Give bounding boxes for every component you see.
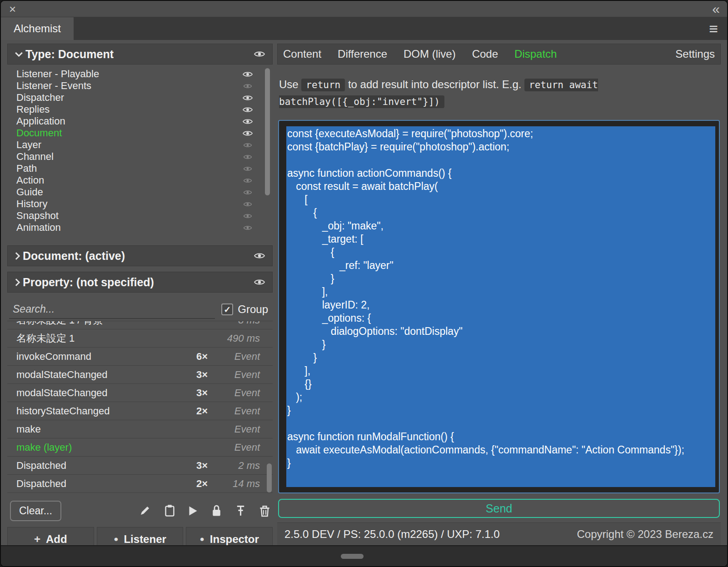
- eye-icon[interactable]: [244, 83, 252, 89]
- document-section-header[interactable]: Document: (active): [7, 245, 273, 266]
- group-checkbox[interactable]: ✓: [221, 303, 233, 315]
- send-button[interactable]: Send: [278, 499, 720, 518]
- event-row[interactable]: Dispatched 2× 14 ms: [7, 475, 273, 493]
- footer-buttons: + Add ● Listener ● Inspector: [7, 527, 273, 545]
- event-row[interactable]: invokeCommand 6× Event: [7, 348, 273, 366]
- hint-code-return: return: [301, 79, 345, 91]
- event-count: 3×: [176, 387, 208, 399]
- bottom-chrome: [1, 545, 727, 566]
- close-icon[interactable]: ×: [9, 3, 16, 15]
- type-list-item[interactable]: Dispatcher: [7, 92, 273, 104]
- tab-difference[interactable]: Difference: [338, 48, 387, 60]
- right-tabs: ContentDifferenceDOM (live)CodeDispatchS…: [277, 44, 721, 65]
- inspector-button[interactable]: ● Inspector: [186, 527, 273, 545]
- type-item-label: Listener - Events: [16, 80, 91, 92]
- type-item-label: Snapshot: [16, 210, 59, 222]
- tab-dom-live[interactable]: DOM (live): [404, 48, 456, 60]
- play-icon[interactable]: [189, 506, 198, 516]
- event-row[interactable]: 名称未設定 1 / 背景 8 ms: [7, 321, 273, 329]
- version-info: 2.5.0 DEV / PS: 25.0.0 (m2265) / UXP: 7.…: [284, 528, 500, 541]
- type-item-label: Path: [16, 163, 37, 174]
- type-list-item[interactable]: Channel: [7, 151, 273, 163]
- event-list-scrollbar[interactable]: [267, 463, 272, 492]
- type-list-item[interactable]: Action: [7, 174, 273, 186]
- listener-button[interactable]: ● Listener: [97, 527, 184, 545]
- type-item-label: Action: [16, 174, 44, 186]
- eye-icon[interactable]: [254, 279, 265, 286]
- event-row[interactable]: make (layer) Event: [7, 438, 273, 457]
- event-name: 名称未設定 1: [16, 332, 176, 345]
- eye-icon[interactable]: [244, 154, 252, 160]
- edit-icon[interactable]: [139, 505, 151, 517]
- tab-dispatch[interactable]: Dispatch: [514, 48, 557, 60]
- event-meta: Event: [208, 442, 260, 453]
- eye-icon[interactable]: [244, 201, 252, 207]
- clipboard-icon[interactable]: [165, 504, 175, 517]
- type-item-label: Channel: [16, 151, 54, 163]
- eye-icon[interactable]: [244, 166, 252, 172]
- tab-settings[interactable]: Settings: [675, 48, 715, 60]
- event-row[interactable]: modalStateChanged 3× Event: [7, 366, 273, 384]
- dispatch-hint: Use return to add result into descriptor…: [279, 76, 719, 110]
- tab-code[interactable]: Code: [472, 48, 498, 60]
- tab-alchemist[interactable]: Alchemist: [1, 17, 74, 40]
- eye-icon[interactable]: [244, 178, 252, 184]
- type-section-header[interactable]: Type: Document: [7, 44, 273, 65]
- type-list-scrollbar[interactable]: [265, 68, 270, 195]
- event-row[interactable]: 名称未設定 1 490 ms: [7, 329, 273, 348]
- event-meta: Event: [208, 405, 260, 417]
- code-selection: const {executeAsModal} = require("photos…: [286, 126, 715, 487]
- event-row[interactable]: modalStateChanged 3× Event: [7, 384, 273, 402]
- event-meta: 8 ms: [208, 321, 260, 326]
- left-panel: Type: Document Listener - Playable Liste…: [7, 44, 273, 545]
- inspector-button-label: Inspector: [210, 533, 259, 545]
- type-list-item[interactable]: Animation: [7, 222, 273, 234]
- event-meta: Event: [208, 369, 260, 381]
- type-list-item[interactable]: Snapshot: [7, 210, 273, 222]
- eye-icon[interactable]: [244, 189, 252, 195]
- type-list-item[interactable]: Application: [7, 115, 273, 127]
- event-name: Dispatched: [16, 478, 176, 490]
- clear-button[interactable]: Clear...: [10, 501, 61, 521]
- eye-icon[interactable]: [243, 106, 253, 113]
- eye-icon[interactable]: [244, 225, 252, 231]
- eye-icon[interactable]: [244, 142, 252, 148]
- code-editor[interactable]: const {executeAsModal} = require("photos…: [278, 120, 720, 493]
- horizontal-scrollbar[interactable]: [341, 554, 364, 559]
- menu-icon[interactable]: ≡: [700, 17, 727, 40]
- eye-icon[interactable]: [243, 94, 253, 101]
- type-item-label: Document: [16, 127, 62, 139]
- property-section-header[interactable]: Property: (not specified): [7, 272, 273, 293]
- event-row[interactable]: make Event: [7, 420, 273, 438]
- type-list-item[interactable]: Layer: [7, 139, 273, 151]
- type-list-item[interactable]: Listener - Events: [7, 80, 273, 92]
- type-item-label: History: [16, 198, 47, 210]
- eye-icon[interactable]: [243, 118, 253, 125]
- type-list-item[interactable]: Listener - Playable: [7, 68, 273, 80]
- event-count: 3×: [176, 369, 208, 381]
- eye-icon[interactable]: [254, 252, 265, 259]
- hint-middle: to add result into descriptor list. E.g.: [345, 78, 524, 90]
- eye-icon[interactable]: [243, 130, 253, 137]
- search-input[interactable]: [9, 300, 215, 319]
- type-list-item[interactable]: Replies: [7, 104, 273, 115]
- event-count: 3×: [176, 460, 208, 472]
- eye-icon[interactable]: [254, 50, 265, 58]
- add-button[interactable]: + Add: [7, 527, 94, 545]
- event-row[interactable]: Dispatched 3× 2 ms: [7, 457, 273, 475]
- event-row[interactable]: historyStateChanged 2× Event: [7, 402, 273, 420]
- type-list-item[interactable]: Guide: [7, 186, 273, 198]
- event-name: invokeCommand: [16, 351, 176, 363]
- pin-icon[interactable]: [235, 505, 246, 517]
- tab-content[interactable]: Content: [283, 48, 321, 60]
- event-name: modalStateChanged: [16, 369, 176, 381]
- lock-icon[interactable]: [211, 504, 222, 517]
- type-list: Listener - Playable Listener - Events Di…: [7, 65, 273, 242]
- type-list-item[interactable]: History: [7, 198, 273, 210]
- eye-icon[interactable]: [244, 213, 252, 219]
- type-list-item[interactable]: Path: [7, 163, 273, 174]
- eye-icon[interactable]: [243, 71, 253, 78]
- trash-icon[interactable]: [259, 505, 270, 517]
- type-list-item[interactable]: Document: [7, 127, 273, 139]
- collapse-panel-icon[interactable]: «: [712, 2, 719, 16]
